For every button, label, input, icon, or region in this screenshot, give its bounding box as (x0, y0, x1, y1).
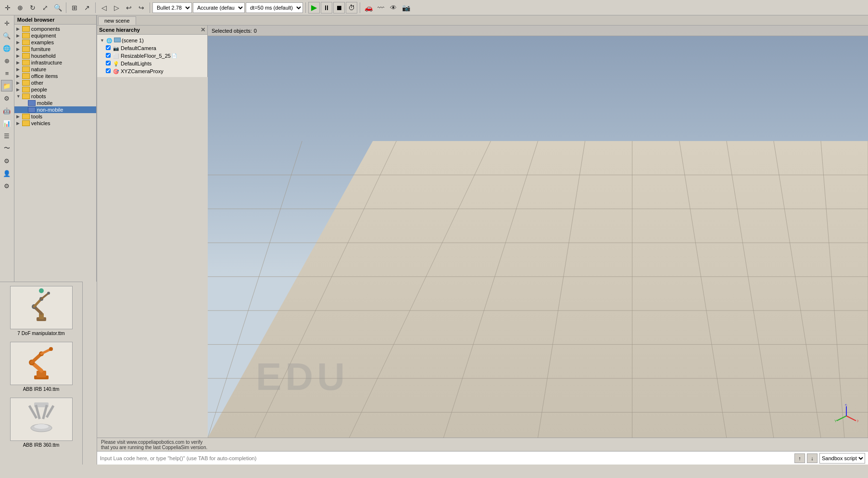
model-thumbnails-panel: 7 DoF manipulator.ttm ABB (0, 282, 83, 465)
sidebar-gear-icon[interactable]: ⚙ (1, 180, 13, 192)
scene-content: Scene hierarchy ✕ ▼ 🌐 (scene 1) (97, 26, 868, 438)
toolbar-rotate-btn[interactable]: ↻ (27, 2, 38, 13)
hier-scene1-label: (scene 1) (122, 38, 144, 43)
sidebar-cog-icon[interactable]: ⚙ (1, 155, 13, 167)
tree-item-infrastructure[interactable]: ▶ infrastructure (14, 59, 96, 66)
sidebar-graph-icon[interactable]: 📊 (1, 117, 13, 129)
hier-floor[interactable]: ⬜ ResizableFloor_5_25 📄 (99, 52, 205, 60)
toolbar-cursor-btn[interactable]: ✛ (2, 2, 13, 13)
hier-lights-vis-check[interactable] (106, 61, 111, 65)
sidebar-wave2-icon[interactable]: 〜 (1, 142, 13, 154)
svg-point-23 (34, 424, 49, 429)
thumb-7dof[interactable]: 7 DoF manipulator.ttm (0, 282, 82, 338)
tree-item-mobile[interactable]: mobile (14, 100, 96, 106)
tree-item-tools[interactable]: ▶ tools (14, 113, 96, 120)
sidebar-settings-icon[interactable]: ⚙ (1, 92, 13, 104)
lua-console: ↑ ↓ Sandbox script (97, 451, 868, 465)
toolbar-redo-btn[interactable]: ↪ (136, 2, 147, 13)
hier-floor-label: ResizableFloor_5_25 (121, 53, 171, 59)
scene-hierarchy-panel: Scene hierarchy ✕ ▼ 🌐 (scene 1) (97, 26, 208, 77)
toolbar-assemble-btn[interactable]: ⊞ (69, 2, 80, 13)
toolbar-undo-obj-btn[interactable]: ◁ (98, 2, 110, 13)
tree-item-components[interactable]: ▶ components (14, 26, 96, 32)
svg-point-7 (47, 292, 50, 295)
timer-button[interactable]: ⏱ (346, 2, 357, 13)
toolbar-record-btn[interactable]: 📷 (400, 2, 412, 13)
toolbar-wave-btn[interactable]: 〰 (375, 2, 387, 13)
sandbox-select[interactable]: Sandbox script (819, 453, 865, 464)
physics-engine-select[interactable]: Bullet 2.78 (152, 2, 192, 13)
toolbar-redo-obj-btn[interactable]: ▷ (111, 2, 122, 13)
hier-lights[interactable]: 💡 DefaultLights (99, 60, 205, 67)
hier-proxy-label: XYZCameraProxy (121, 68, 164, 74)
toolbar-scale-btn[interactable]: ⤢ (39, 2, 51, 13)
toolbar-undo-btn[interactable]: ↩ (123, 2, 135, 13)
thumb-7dof-image (10, 286, 73, 329)
scene-hierarchy-label: Scene hierarchy (99, 27, 140, 33)
hier-scene1[interactable]: ▼ 🌐 (scene 1) (99, 37, 205, 44)
hier-floor-vis-check[interactable] (106, 53, 111, 58)
hier-globe-icon: 🌐 (106, 37, 113, 44)
model-browser-title: Model browser (14, 15, 96, 25)
selected-objects-label: Selected objects: (212, 28, 252, 34)
sidebar-globe-icon[interactable]: 🌐 (1, 42, 13, 54)
thumb-abb140[interactable]: ABB IRB 140.ttm (0, 338, 82, 394)
left-icon-sidebar: ✛ 🔍 🌐 ⊕ ≡ 📁 ⚙ 🤖 📊 ☰ 〜 ⚙ 👤 ⚙ (0, 15, 14, 282)
status-bar: Please visit www.coppeliароbotics.com to… (97, 438, 868, 451)
svg-text:Y: Y (834, 419, 837, 423)
tree-item-office-items[interactable]: ▶ office items (14, 73, 96, 79)
toolbar-zoom-btn[interactable]: 🔍 (52, 2, 63, 13)
tree-item-vehicles[interactable]: ▶ vehicles (14, 120, 96, 127)
sep3 (150, 2, 150, 13)
sep4 (305, 2, 306, 13)
pause-button[interactable]: ⏸ (321, 2, 332, 13)
hier-camera-label: DefaultCamera (121, 45, 156, 51)
sidebar-folder-icon[interactable]: 📁 (1, 80, 13, 91)
stop-button[interactable]: ⏹ (333, 2, 345, 13)
sidebar-stack-icon[interactable]: ☰ (1, 130, 13, 142)
viewport[interactable]: Selected objects: 0 (208, 26, 868, 438)
hier-proxy[interactable]: 🎯 XYZCameraProxy (99, 67, 205, 75)
toolbar-eye-btn[interactable]: 👁 (388, 2, 399, 13)
hier-scene1-folder (114, 38, 122, 43)
sidebar-cursor-icon[interactable]: ✛ (1, 17, 13, 29)
scene-hierarchy-close-btn[interactable]: ✕ (201, 26, 205, 33)
tree-item-non-mobile[interactable]: non-mobile (14, 106, 96, 113)
accuracy-select[interactable]: Accurate (defau (193, 2, 245, 13)
tree-item-furniture[interactable]: ▶ furniture (14, 46, 96, 52)
tree-item-robots[interactable]: ▼ robots (14, 93, 96, 100)
sidebar-robot-icon[interactable]: 🤖 (1, 105, 13, 116)
sidebar-axis-icon[interactable]: ⊕ (1, 55, 13, 66)
status-line1: Please visit www.coppeliароbotics.com to… (101, 439, 207, 445)
sidebar-zoom-icon[interactable]: 🔍 (1, 30, 13, 41)
hier-proxy-vis-check[interactable] (106, 68, 111, 73)
toolbar-move-btn[interactable]: ⊕ (14, 2, 26, 13)
sidebar-person-icon[interactable]: 👤 (1, 168, 13, 179)
tree-item-people[interactable]: ▶ people (14, 86, 96, 93)
thumb-abb360[interactable]: ABB IRB 360.ttm (0, 394, 82, 450)
timestep-select[interactable]: dt=50 ms (default) (246, 2, 303, 13)
tree-item-household[interactable]: ▶ household (14, 52, 96, 59)
tree-item-other[interactable]: ▶ other (14, 79, 96, 86)
left-panel: ✛ 🔍 🌐 ⊕ ≡ 📁 ⚙ 🤖 📊 ☰ 〜 ⚙ 👤 ⚙ Model browse… (0, 15, 97, 465)
lua-next-btn[interactable]: ↓ (807, 453, 818, 463)
sidebar-layers-icon[interactable]: ≡ (1, 67, 13, 79)
center-area: new scene Scene hierarchy ✕ ▼ 🌐 (97, 15, 868, 465)
toolbar-car-btn[interactable]: 🚗 (363, 2, 374, 13)
toolbar-transfer-btn[interactable]: ↗ (81, 2, 93, 13)
thumb-abb360-label: ABB IRB 360.ttm (23, 442, 60, 448)
tree-item-nature[interactable]: ▶ nature (14, 66, 96, 73)
tree-item-examples[interactable]: ▶ examples (14, 39, 96, 46)
thumb-abb360-image (10, 398, 73, 441)
hier-proxy-icon: 🎯 (113, 68, 119, 75)
hier-default-camera[interactable]: 📷 DefaultCamera (99, 44, 205, 52)
lua-prev-btn[interactable]: ↑ (794, 453, 805, 463)
tree-item-equipment[interactable]: ▶ equipment (14, 32, 96, 39)
scene-tab-new[interactable]: new scene (98, 16, 136, 25)
lua-input[interactable] (100, 455, 791, 461)
model-browser-tree[interactable]: ▶ components ▶ equipment ▶ examples (14, 25, 96, 282)
hier-camera-vis-check[interactable] (106, 45, 111, 50)
sep2 (95, 2, 96, 13)
hier-floor-script-icon: 📄 (172, 53, 177, 58)
play-button[interactable]: ▶ (308, 2, 320, 13)
